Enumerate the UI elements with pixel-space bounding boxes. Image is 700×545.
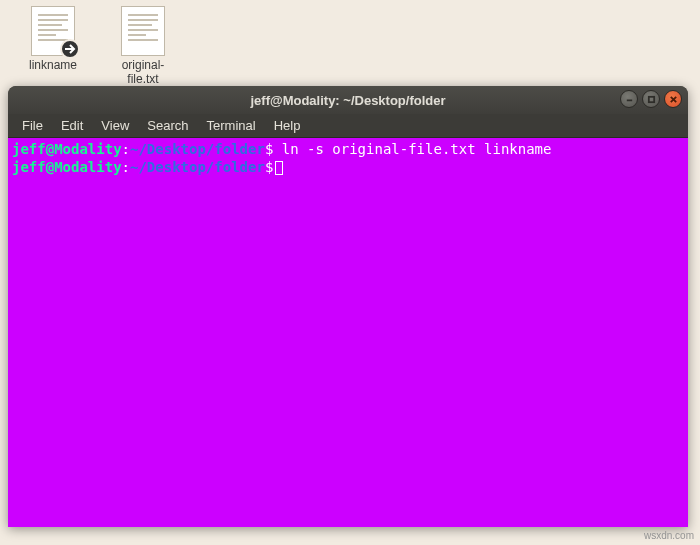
- menu-view[interactable]: View: [93, 116, 137, 135]
- desktop-icon-linkname[interactable]: linkname: [18, 6, 88, 72]
- prompt-userhost: jeff@Modality: [12, 141, 122, 157]
- close-icon: [669, 95, 678, 104]
- desktop-icon-label: linkname: [18, 58, 88, 72]
- window-title: jeff@Modality: ~/Desktop/folder: [8, 93, 688, 108]
- prompt-sep: :: [122, 141, 130, 157]
- window-titlebar[interactable]: jeff@Modality: ~/Desktop/folder: [8, 86, 688, 114]
- prompt-path: ~/Desktop/folder: [130, 141, 265, 157]
- desktop-background: linkname original-file.txt jeff@Modality…: [0, 0, 700, 545]
- desktop-icon-label: original-file.txt: [108, 58, 178, 87]
- terminal-command: [273, 141, 281, 157]
- maximize-icon: [647, 95, 656, 104]
- file-icon: [31, 6, 75, 56]
- symlink-emblem-icon: [60, 39, 80, 59]
- svg-rect-1: [648, 96, 653, 101]
- menu-file[interactable]: File: [14, 116, 51, 135]
- maximize-button[interactable]: [642, 90, 660, 108]
- terminal-command-text: ln -s original-file.txt linkname: [282, 141, 552, 157]
- file-icon-lines: [38, 19, 68, 36]
- menu-terminal[interactable]: Terminal: [199, 116, 264, 135]
- menu-search[interactable]: Search: [139, 116, 196, 135]
- minimize-button[interactable]: [620, 90, 638, 108]
- window-controls: [620, 90, 682, 108]
- terminal-window: jeff@Modality: ~/Desktop/folder File Edi…: [8, 86, 688, 527]
- terminal-cursor: [275, 161, 283, 175]
- menu-help[interactable]: Help: [266, 116, 309, 135]
- menubar: File Edit View Search Terminal Help: [8, 114, 688, 138]
- menu-edit[interactable]: Edit: [53, 116, 91, 135]
- desktop-icon-original-file[interactable]: original-file.txt: [108, 6, 178, 87]
- terminal-line: jeff@Modality:~/Desktop/folder$: [12, 158, 684, 176]
- close-button[interactable]: [664, 90, 682, 108]
- prompt-path: ~/Desktop/folder: [130, 159, 265, 175]
- terminal-line: jeff@Modality:~/Desktop/folder$ ln -s or…: [12, 140, 684, 158]
- watermark: wsxdn.com: [644, 530, 694, 541]
- file-icon-lines: [128, 19, 158, 36]
- terminal-body[interactable]: jeff@Modality:~/Desktop/folder$ ln -s or…: [8, 138, 688, 527]
- minimize-icon: [625, 95, 634, 104]
- file-icon: [121, 6, 165, 56]
- prompt-sep: :: [122, 159, 130, 175]
- prompt-userhost: jeff@Modality: [12, 159, 122, 175]
- prompt-symbol: $: [265, 159, 273, 175]
